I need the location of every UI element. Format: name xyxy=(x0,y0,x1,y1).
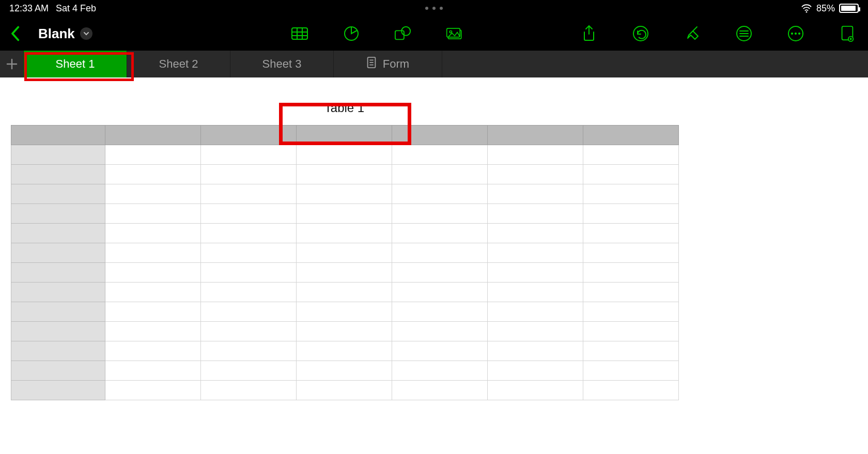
table-cell[interactable] xyxy=(297,145,392,165)
table-cell[interactable] xyxy=(392,322,488,341)
table-cell[interactable] xyxy=(297,341,392,361)
row-header[interactable] xyxy=(11,322,105,341)
row-header[interactable] xyxy=(11,381,105,400)
table-cell[interactable] xyxy=(583,302,679,322)
table-cell[interactable] xyxy=(488,302,583,322)
table-cell[interactable] xyxy=(105,165,201,184)
table-cell[interactable] xyxy=(297,243,392,263)
column-header[interactable] xyxy=(201,126,297,145)
column-header[interactable] xyxy=(488,126,583,145)
table-cell[interactable] xyxy=(583,341,679,361)
table-cell[interactable] xyxy=(201,341,297,361)
table-cell[interactable] xyxy=(297,381,392,400)
table-cell[interactable] xyxy=(488,184,583,204)
add-sheet-button[interactable] xyxy=(0,51,24,77)
table-cell[interactable] xyxy=(105,361,201,381)
table-cell[interactable] xyxy=(392,361,488,381)
table-cell[interactable] xyxy=(583,184,679,204)
row-header[interactable] xyxy=(11,283,105,302)
table-cell[interactable] xyxy=(105,145,201,165)
table-cell[interactable] xyxy=(392,204,488,224)
new-form-tab[interactable]: Form xyxy=(334,51,442,77)
table-cell[interactable] xyxy=(297,204,392,224)
table-cell[interactable] xyxy=(201,322,297,341)
row-header[interactable] xyxy=(11,165,105,184)
spreadsheet-canvas[interactable]: Table 1 xyxy=(0,77,868,454)
row-header[interactable] xyxy=(11,302,105,322)
sheet-tab-3[interactable]: Sheet 3 xyxy=(230,51,334,77)
more-options-icon[interactable] xyxy=(784,22,807,45)
share-icon[interactable] xyxy=(578,22,600,45)
table-cell[interactable] xyxy=(583,263,679,283)
row-header[interactable] xyxy=(11,145,105,165)
table-cell[interactable] xyxy=(583,145,679,165)
table-cell[interactable] xyxy=(583,322,679,341)
table-cell[interactable] xyxy=(105,243,201,263)
undo-icon[interactable] xyxy=(629,22,652,45)
table-cell[interactable] xyxy=(488,263,583,283)
column-header[interactable] xyxy=(105,126,201,145)
table-cell[interactable] xyxy=(297,165,392,184)
table-cell[interactable] xyxy=(488,243,583,263)
table-cell[interactable] xyxy=(583,283,679,302)
row-header[interactable] xyxy=(11,341,105,361)
column-header[interactable] xyxy=(392,126,488,145)
table-cell[interactable] xyxy=(392,263,488,283)
table-cell[interactable] xyxy=(297,263,392,283)
table-cell[interactable] xyxy=(105,283,201,302)
table-cell[interactable] xyxy=(583,165,679,184)
table-cell[interactable] xyxy=(488,381,583,400)
row-header[interactable] xyxy=(11,184,105,204)
table-cell[interactable] xyxy=(392,381,488,400)
table-cell[interactable] xyxy=(105,184,201,204)
column-header[interactable] xyxy=(297,126,392,145)
table-cell[interactable] xyxy=(392,283,488,302)
row-header[interactable] xyxy=(11,204,105,224)
table-cell[interactable] xyxy=(488,204,583,224)
table-cell[interactable] xyxy=(105,224,201,243)
table-cell[interactable] xyxy=(297,322,392,341)
table-cell[interactable] xyxy=(488,224,583,243)
table-cell[interactable] xyxy=(297,302,392,322)
table-cell[interactable] xyxy=(105,204,201,224)
table-cell[interactable] xyxy=(392,145,488,165)
table-cell[interactable] xyxy=(488,322,583,341)
table-cell[interactable] xyxy=(392,165,488,184)
table-cell[interactable] xyxy=(488,165,583,184)
row-header[interactable] xyxy=(11,361,105,381)
table-cell[interactable] xyxy=(201,302,297,322)
insert-chart-icon[interactable] xyxy=(340,22,363,45)
table-cell[interactable] xyxy=(392,184,488,204)
table-cell[interactable] xyxy=(297,224,392,243)
table-cell[interactable] xyxy=(488,283,583,302)
table-cell[interactable] xyxy=(392,341,488,361)
table-cell[interactable] xyxy=(488,145,583,165)
present-icon[interactable] xyxy=(836,22,859,45)
table-cell[interactable] xyxy=(488,341,583,361)
table-cell[interactable] xyxy=(105,341,201,361)
table-cell[interactable] xyxy=(297,361,392,381)
table-cell[interactable] xyxy=(201,224,297,243)
table-cell[interactable] xyxy=(488,361,583,381)
table-cell[interactable] xyxy=(105,381,201,400)
table-cell[interactable] xyxy=(105,302,201,322)
table-cell[interactable] xyxy=(583,381,679,400)
table-cell[interactable] xyxy=(201,381,297,400)
table-cell[interactable] xyxy=(583,204,679,224)
table-cell[interactable] xyxy=(392,224,488,243)
table-cell[interactable] xyxy=(297,184,392,204)
table-cell[interactable] xyxy=(201,204,297,224)
table-cell[interactable] xyxy=(201,283,297,302)
table-cell[interactable] xyxy=(201,184,297,204)
table-cell[interactable] xyxy=(105,322,201,341)
row-header[interactable] xyxy=(11,224,105,243)
insert-media-icon[interactable] xyxy=(443,22,466,45)
table-cell[interactable] xyxy=(201,243,297,263)
multitask-dots[interactable] xyxy=(425,7,443,10)
format-paintbrush-icon[interactable] xyxy=(681,22,704,45)
table-cell[interactable] xyxy=(201,361,297,381)
table-cell[interactable] xyxy=(297,283,392,302)
organize-icon[interactable] xyxy=(733,22,755,45)
column-header[interactable] xyxy=(583,126,679,145)
table-cell[interactable] xyxy=(201,263,297,283)
